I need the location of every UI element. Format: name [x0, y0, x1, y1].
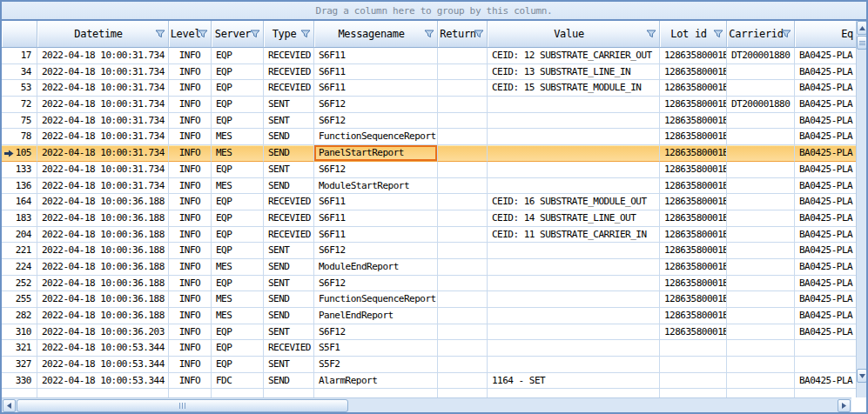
cell-server[interactable]: EQP	[212, 162, 264, 178]
cell-level[interactable]: INFO	[169, 48, 212, 64]
table-row[interactable]: 2552022-04-18 10:00:36.188INFOMESSENDFun…	[2, 291, 856, 308]
table-row[interactable]: 722022-04-18 10:00:31.734INFOEQPSENTS6F1…	[2, 97, 856, 113]
cell-return[interactable]	[438, 162, 488, 178]
cell-rownum[interactable]: 105	[2, 145, 37, 162]
cell-level[interactable]: INFO	[169, 357, 212, 373]
cell-value[interactable]	[488, 259, 660, 276]
cell-rownum[interactable]: 17	[2, 48, 37, 64]
cell-type[interactable]: SEND	[264, 178, 314, 195]
cell-datetime[interactable]: 2022-04-18 10:00:31.734	[37, 178, 169, 195]
cell-eq[interactable]	[795, 389, 856, 397]
cell-carrierid[interactable]: DT200001880	[727, 97, 795, 113]
cell-messagename[interactable]: ModuleEndReport	[314, 259, 438, 276]
cell-rownum[interactable]: 164	[2, 194, 37, 210]
cell-server[interactable]: EQP	[212, 80, 264, 97]
cell-lotid[interactable]	[660, 340, 727, 357]
cell-value[interactable]	[488, 291, 660, 308]
cell-value[interactable]	[488, 243, 660, 259]
cell-datetime[interactable]: 2022-04-18 10:00:53.344	[37, 373, 169, 390]
cell-return[interactable]	[438, 194, 488, 210]
cell-value[interactable]	[488, 97, 660, 113]
cell-eq[interactable]: BA0425-PLA	[795, 64, 856, 81]
cell-lotid[interactable]: 12863580001B	[660, 178, 727, 195]
table-row[interactable]: 3102022-04-18 10:00:36.203INFOEQPSENTS6F…	[2, 324, 856, 341]
column-header-carrierid[interactable]: Carrierid	[727, 21, 795, 48]
cell-type[interactable]: RECEVIED	[264, 194, 314, 210]
cell-value[interactable]	[488, 129, 660, 145]
cell-value[interactable]: CEID: 11 SUBSTRATE_CARRIER_IN	[488, 227, 660, 244]
cell-messagename[interactable]: S6F11	[314, 80, 438, 97]
cell-value[interactable]	[488, 357, 660, 373]
cell-return[interactable]	[438, 340, 488, 357]
cell-server[interactable]: MES	[212, 308, 264, 324]
table-row[interactable]: 3212022-04-18 10:00:53.344INFOEQPRECEVIE…	[2, 340, 856, 357]
table-row[interactable]: 1642022-04-18 10:00:36.188INFOEQPRECEVIE…	[2, 194, 856, 210]
cell-datetime[interactable]: 2022-04-18 10:00:53.344	[37, 357, 169, 373]
cell-server[interactable]: EQP	[212, 64, 264, 81]
cell-carrierid[interactable]	[727, 308, 795, 324]
cell-lotid[interactable]: 12863580001B	[660, 48, 727, 64]
cell-lotid[interactable]: 12863580001B	[660, 210, 727, 227]
cell-return[interactable]	[438, 324, 488, 341]
cell-type[interactable]: SENT	[264, 243, 314, 259]
cell-rownum[interactable]: 330	[2, 373, 37, 390]
cell-rownum[interactable]: 136	[2, 178, 37, 195]
cell-carrierid[interactable]	[727, 340, 795, 357]
cell-type[interactable]: RECEVIED	[264, 227, 314, 244]
table-row[interactable]: 2212022-04-18 10:00:36.188INFOEQPSENTS6F…	[2, 243, 856, 259]
cell-carrierid[interactable]	[727, 227, 795, 244]
cell-lotid[interactable]	[660, 373, 727, 390]
cell-server[interactable]: EQP	[212, 243, 264, 259]
cell-return[interactable]	[438, 276, 488, 292]
scroll-up-button[interactable]	[857, 21, 867, 35]
cell-eq[interactable]: BA0425-PLA	[795, 129, 856, 145]
cell-carrierid[interactable]	[727, 64, 795, 81]
cell-datetime[interactable]	[37, 389, 169, 397]
cell-datetime[interactable]: 2022-04-18 10:00:36.188	[37, 308, 169, 324]
cell-datetime[interactable]: 2022-04-18 10:00:31.734	[37, 97, 169, 113]
cell-messagename[interactable]: S6F11	[314, 48, 438, 64]
cell-eq[interactable]: BA0425-PLA	[795, 373, 856, 390]
cell-level[interactable]: INFO	[169, 373, 212, 390]
table-row[interactable]: 3272022-04-18 10:00:53.344INFOEQPSENTS5F…	[2, 357, 856, 373]
table-row[interactable]: 342022-04-18 10:00:31.734INFOEQPRECEVIED…	[2, 64, 856, 81]
cell-rownum[interactable]: 204	[2, 227, 37, 244]
cell-rownum[interactable]: 224	[2, 259, 37, 276]
cell-datetime[interactable]: 2022-04-18 10:00:36.188	[37, 259, 169, 276]
cell-level[interactable]: INFO	[169, 276, 212, 292]
table-row[interactable]: 172022-04-18 10:00:31.734INFOEQPRECEVIED…	[2, 48, 856, 64]
cell-carrierid[interactable]	[727, 389, 795, 397]
cell-rownum[interactable]	[2, 389, 37, 397]
cell-rownum[interactable]: 53	[2, 80, 37, 97]
cell-messagename[interactable]: S6F12	[314, 162, 438, 178]
cell-server[interactable]: MES	[212, 291, 264, 308]
cell-rownum[interactable]: 183	[2, 210, 37, 227]
cell-carrierid[interactable]	[727, 291, 795, 308]
cell-lotid[interactable]: 12863580001B	[660, 97, 727, 113]
cell-carrierid[interactable]	[727, 373, 795, 390]
cell-level[interactable]: INFO	[169, 145, 212, 162]
cell-datetime[interactable]: 2022-04-18 10:00:31.734	[37, 80, 169, 97]
cell-lotid[interactable]: 12863580001B	[660, 145, 727, 162]
cell-return[interactable]	[438, 64, 488, 81]
horizontal-scrollbar[interactable]	[2, 397, 851, 412]
column-header-type[interactable]: Type	[264, 21, 314, 48]
cell-value[interactable]	[488, 145, 660, 162]
cell-server[interactable]: MES	[212, 129, 264, 145]
cell-lotid[interactable]: 12863580001B	[660, 129, 727, 145]
cell-level[interactable]: INFO	[169, 113, 212, 130]
table-row[interactable]: 2522022-04-18 10:00:36.188INFOEQPSENTS6F…	[2, 276, 856, 292]
cell-level[interactable]: INFO	[169, 340, 212, 357]
column-header-lotid[interactable]: Lot id	[660, 21, 727, 48]
cell-messagename[interactable]: S6F11	[314, 194, 438, 210]
cell-messagename[interactable]: S6F12	[314, 276, 438, 292]
cell-messagename[interactable]: S6F12	[314, 97, 438, 113]
cell-server[interactable]: EQP	[212, 324, 264, 341]
cell-type[interactable]: SENT	[264, 97, 314, 113]
table-row[interactable]: 1362022-04-18 10:00:31.734INFOMESSENDMod…	[2, 178, 856, 195]
cell-type[interactable]: RECEVIED	[264, 64, 314, 81]
cell-datetime[interactable]: 2022-04-18 10:00:36.188	[37, 276, 169, 292]
cell-value[interactable]: CEID: 14 SUBSTRATE_LINE_OUT	[488, 210, 660, 227]
cell-level[interactable]: INFO	[169, 210, 212, 227]
cell-datetime[interactable]: 2022-04-18 10:00:36.203	[37, 324, 169, 341]
